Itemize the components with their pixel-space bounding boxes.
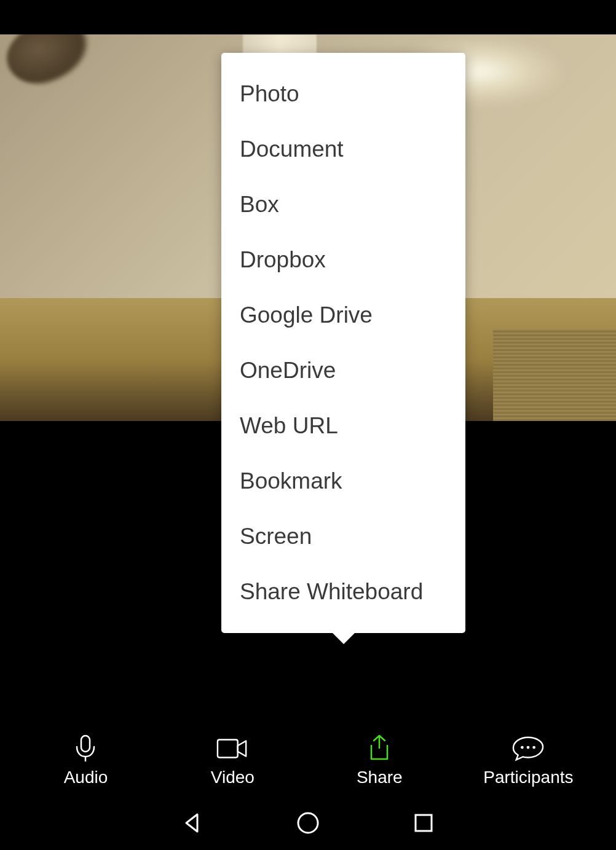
share-option-screen[interactable]: Screen xyxy=(221,509,465,564)
audio-label: Audio xyxy=(64,768,108,787)
share-button[interactable]: Share xyxy=(336,736,422,787)
share-option-bookmark[interactable]: Bookmark xyxy=(221,454,465,509)
video-bg-blinds xyxy=(493,329,616,421)
share-option-box[interactable]: Box xyxy=(221,177,465,232)
svg-rect-0 xyxy=(81,736,90,752)
share-icon xyxy=(363,736,395,761)
participants-button[interactable]: Participants xyxy=(483,736,573,787)
microphone-icon xyxy=(69,736,101,761)
video-label: Video xyxy=(211,768,255,787)
audio-button[interactable]: Audio xyxy=(42,736,128,787)
share-menu-popup: Photo Document Box Dropbox Google Drive … xyxy=(221,53,465,633)
svg-point-3 xyxy=(521,746,524,749)
share-option-onedrive[interactable]: OneDrive xyxy=(221,343,465,398)
nav-home-button[interactable] xyxy=(293,808,323,838)
video-camera-icon xyxy=(216,736,248,761)
svg-rect-2 xyxy=(218,740,238,758)
share-option-whiteboard[interactable]: Share Whiteboard xyxy=(221,564,465,620)
share-option-web-url[interactable]: Web URL xyxy=(221,398,465,454)
nav-back-button[interactable] xyxy=(178,808,207,838)
share-option-photo[interactable]: Photo xyxy=(221,66,465,122)
svg-point-5 xyxy=(533,746,536,749)
system-nav-bar xyxy=(0,795,616,850)
meeting-toolbar: Audio Video Share xyxy=(0,728,616,795)
top-status-bar xyxy=(0,0,616,34)
share-label: Share xyxy=(357,768,403,787)
video-button[interactable]: Video xyxy=(189,736,275,787)
participants-label: Participants xyxy=(483,768,573,787)
svg-point-6 xyxy=(298,813,318,833)
chat-bubble-icon xyxy=(512,736,544,761)
nav-recent-button[interactable] xyxy=(409,808,438,838)
svg-rect-7 xyxy=(416,815,432,831)
share-option-dropbox[interactable]: Dropbox xyxy=(221,232,465,288)
svg-point-4 xyxy=(527,746,530,749)
share-option-google-drive[interactable]: Google Drive xyxy=(221,288,465,343)
share-option-document[interactable]: Document xyxy=(221,122,465,177)
